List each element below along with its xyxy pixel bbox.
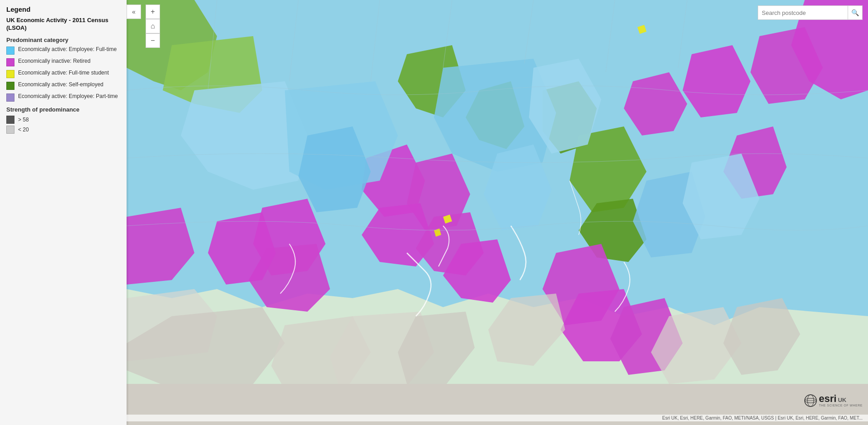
legend-item-parttime: Economically active: Employee: Part-time [6,93,120,102]
legend-color-fulltime [6,47,14,55]
esri-tagline: THE SCIENCE OF WHERE [819,404,863,407]
map-container[interactable]: « + ⌂ − 🔍 [127,0,868,425]
legend-label-retired: Economically inactive: Retired [18,58,90,65]
zoom-out-button[interactable]: − [146,33,160,48]
legend-item-fulltime: Economically active: Employee: Full-time [6,46,120,55]
legend-color-student [6,70,14,78]
strength-high: > 58 [6,116,120,124]
legend-label-fulltime: Economically active: Employee: Full-time [18,46,117,53]
esri-logo-text: esri [819,394,836,404]
search-button[interactable]: 🔍 [848,5,863,20]
esri-watermark: esri UK THE SCIENCE OF WHERE [804,394,863,407]
zoom-in-icon: + [151,8,155,16]
legend-color-parttime [6,93,14,102]
strength-label-high: > 58 [18,117,29,123]
collapse-icon: « [132,8,136,15]
strength-color-high [6,116,14,124]
map-title: UK Economic Activity - 2011 Census (LSOA… [6,17,120,32]
legend-color-retired [6,58,14,66]
legend-item-selfemployed: Economically active: Self-employed [6,81,120,90]
legend-title: Legend [6,5,120,13]
home-button[interactable]: ⌂ [146,19,160,33]
search-input[interactable] [758,5,848,20]
esri-uk-text: UK [838,397,846,403]
legend-label-parttime: Economically active: Employee: Part-time [18,93,118,100]
esri-globe-icon [804,394,817,407]
home-icon: ⌂ [151,22,155,30]
collapse-sidebar-button[interactable]: « [127,5,141,19]
attribution-bar: Esri UK, Esri, HERE, Garmin, FAO, METI/N… [127,415,868,421]
predominant-category-label: Predominant category [6,37,120,43]
legend-label-student: Economically active: Full-time student [18,70,109,77]
map-svg[interactable] [127,0,868,425]
legend-color-selfemployed [6,82,14,90]
map-nav-collapse-area: « [127,5,141,19]
legend-sidebar: Legend UK Economic Activity - 2011 Censu… [0,0,127,425]
strength-label: Strength of predominance [6,106,120,113]
map-navigation: + ⌂ − [146,5,160,48]
strength-low: < 20 [6,126,120,134]
zoom-in-button[interactable]: + [146,5,160,19]
legend-label-selfemployed: Economically active: Self-employed [18,81,104,89]
legend-item-retired: Economically inactive: Retired [6,58,120,66]
zoom-out-icon: − [151,37,155,45]
strength-label-low: < 20 [18,126,29,133]
search-icon: 🔍 [851,9,859,16]
search-box: 🔍 [758,5,863,20]
legend-item-student: Economically active: Full-time student [6,70,120,78]
strength-color-low [6,126,14,134]
attribution-text: Esri UK, Esri, HERE, Garmin, FAO, METI/N… [662,416,863,420]
